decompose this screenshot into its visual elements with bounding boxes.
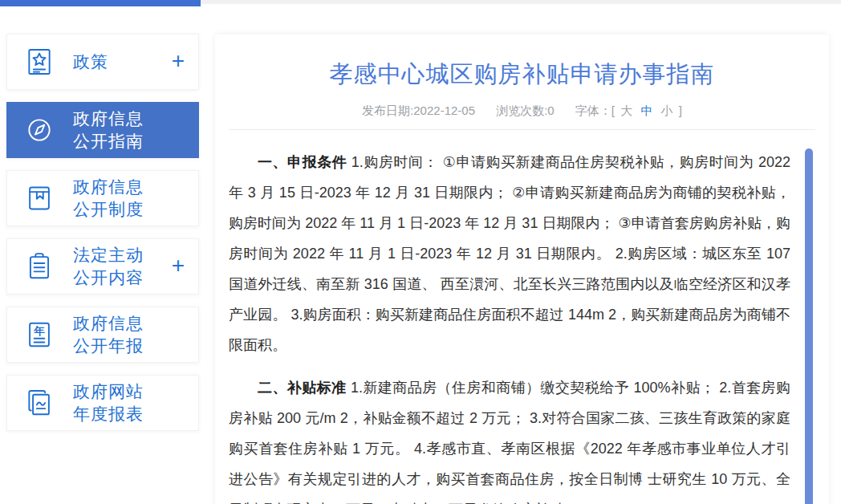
expand-plus-icon[interactable]: + [172, 254, 185, 277]
sidebar-item-label: 政策 [73, 51, 108, 73]
font-size-label-end: ] [679, 104, 682, 117]
section-text: 1.新建商品房（住房和商铺）缴交契税给予 100%补贴； 2.首套房购房补贴 2… [229, 380, 790, 504]
svg-text:年: 年 [33, 325, 45, 337]
paragraph-application-conditions: 一、申报条件 1.购房时间： ①申请购买新建商品住房契税补贴，购房时间为 202… [229, 147, 790, 360]
sidebar-item-label: 政府信息 公开制度 [73, 176, 144, 221]
sidebar-item-policy[interactable]: 政策 + [6, 34, 199, 90]
font-size-medium[interactable]: 中 [640, 104, 652, 117]
font-size-large[interactable]: 大 [620, 104, 632, 117]
sidebar-item-annual-report[interactable]: 年 政府信息 公开年报 [6, 307, 199, 363]
book-icon [24, 183, 55, 213]
sidebar-item-website-report[interactable]: 政府网站 年度报表 [6, 375, 199, 431]
sidebar-item-label: 政府信息 公开年报 [73, 312, 144, 357]
sidebar-item-label: 政府网站 年度报表 [73, 380, 144, 425]
font-size-label: 字体：[ [575, 104, 615, 117]
sidebar-item-statutory-content[interactable]: 法定主动 公开内容 + [6, 238, 199, 295]
sidebar-item-label: 政府信息 公开指南 [73, 108, 144, 152]
policy-icon [24, 47, 55, 77]
top-accent-bar [0, 0, 201, 6]
article-meta: 发布日期:2022-12-05 浏览次数:0 字体：[ 大 中 小 ] [215, 104, 829, 119]
view-count: 浏览次数:0 [496, 104, 555, 117]
sidebar-nav: 政策 + 政府信息 公开指南 政府信息 公开制度 [6, 34, 199, 443]
compass-icon [24, 115, 55, 145]
section-text: 1.购房时间： ①申请购买新建商品住房契税补贴，购房时间为 2022 年 3 月… [229, 154, 790, 353]
sidebar-item-label: 法定主动 公开内容 [73, 244, 144, 289]
article-body: 一、申报条件 1.购房时间： ①申请购买新建商品住房契税补贴，购房时间为 202… [215, 130, 829, 504]
page-title: 孝感中心城区购房补贴申请办事指南 [215, 35, 829, 91]
paragraph-subsidy-standards: 二、补贴标准 1.新建商品房（住房和商铺）缴交契税给予 100%补贴； 2.首套… [229, 372, 790, 504]
font-size-control: 字体：[ 大 中 小 ] [575, 104, 682, 117]
section-heading: 一、申报条件 [258, 154, 347, 170]
article-panel: 孝感中心城区购房补贴申请办事指南 发布日期:2022-12-05 浏览次数:0 … [215, 35, 829, 504]
scrollbar-thumb[interactable] [805, 148, 813, 504]
sidebar-item-gov-info-system[interactable]: 政府信息 公开制度 [6, 170, 199, 226]
publish-date: 发布日期:2022-12-05 [362, 104, 475, 117]
expand-plus-icon[interactable]: + [172, 50, 185, 72]
font-size-small[interactable]: 小 [661, 104, 673, 117]
annual-report-icon: 年 [24, 319, 55, 350]
section-heading: 二、补贴标准 [258, 380, 347, 396]
clipboard-icon [24, 251, 55, 282]
sidebar-item-gov-info-guide[interactable]: 政府信息 公开指南 [6, 102, 199, 158]
website-report-icon [24, 388, 55, 418]
